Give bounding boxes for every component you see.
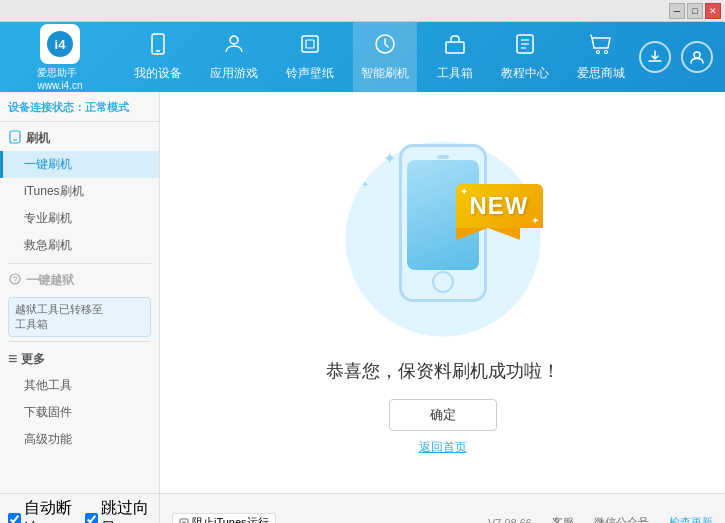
nav-ringtones[interactable]: 铃声壁纸 [278, 22, 342, 92]
confirm-button[interactable]: 确定 [389, 399, 497, 431]
status-right: V7.98.66 客服 微信公众号 检查更新 [449, 494, 726, 523]
apps-games-icon [222, 32, 246, 62]
stop-itunes-label: 阻止iTunes运行 [192, 515, 269, 523]
svg-rect-8 [446, 42, 464, 53]
sidebar: 设备连接状态：正常模式 刷机 一键刷机 iTunes刷机 专业刷机 救急刷机 [0, 92, 160, 493]
status-bottom: 自动断连 跳过向导 iPhone 12 mini 64GB Down-12min… [0, 493, 725, 523]
status-value: 正常模式 [85, 101, 129, 113]
svg-rect-6 [306, 40, 314, 48]
more-section-title: 更多 [21, 351, 45, 368]
ribbon-star-right: ✦ [531, 215, 539, 226]
nav-tutorial-label: 教程中心 [501, 65, 549, 82]
sidebar-recover-flash[interactable]: 救急刷机 [0, 232, 159, 259]
customer-service-link[interactable]: 客服 [552, 515, 574, 523]
main-area: 设备连接状态：正常模式 刷机 一键刷机 iTunes刷机 专业刷机 救急刷机 [0, 92, 725, 493]
phone-home-button [432, 271, 454, 293]
nav-my-device[interactable]: 我的设备 [126, 22, 190, 92]
flash-section-title: 刷机 [26, 130, 50, 147]
jailbreak-notice: 越狱工具已转移至工具箱 [8, 297, 151, 337]
stop-itunes-area: 阻止iTunes运行 [160, 494, 449, 523]
title-bar: ─ □ ✕ [0, 0, 725, 22]
minimize-button[interactable]: ─ [669, 3, 685, 19]
nav-apps-games-label: 应用游戏 [210, 65, 258, 82]
nav-brand-mall[interactable]: 爱思商城 [569, 22, 633, 92]
status-left: 自动断连 跳过向导 iPhone 12 mini 64GB Down-12min… [0, 494, 160, 523]
nav-my-device-label: 我的设备 [134, 65, 182, 82]
skip-wizard-label: 跳过向导 [101, 498, 152, 523]
sidebar-download-firmware[interactable]: 下载固件 [0, 399, 159, 426]
header-right [639, 41, 725, 73]
my-device-icon [146, 32, 170, 62]
ribbon-star-left: ✦ [460, 186, 468, 197]
ribbon-text: NEW [470, 192, 529, 219]
success-illustration: ✦ ✦ ✦ ✦ NEW ✦ [333, 129, 553, 349]
phone-speaker [437, 155, 449, 159]
new-ribbon: ✦ NEW ✦ [456, 184, 543, 240]
nav-brand-mall-label: 爱思商城 [577, 65, 625, 82]
brand-mall-icon [589, 32, 613, 62]
sidebar-jailbreak-section: 一键越狱 [0, 268, 159, 293]
sidebar-itunes-flash[interactable]: iTunes刷机 [0, 178, 159, 205]
skip-wizard-checkbox[interactable]: 跳过向导 [85, 498, 152, 523]
maximize-button[interactable]: □ [687, 3, 703, 19]
jailbreak-section-title: 一键越狱 [26, 272, 74, 289]
nav-toolbox[interactable]: 工具箱 [429, 22, 481, 92]
user-button[interactable] [681, 41, 713, 73]
svg-text:i4: i4 [55, 37, 67, 52]
version-label: V7.98.66 [488, 517, 532, 524]
auto-close-label: 自动断连 [24, 498, 75, 523]
auto-close-input[interactable] [8, 513, 21, 524]
checkbox-row: 自动断连 跳过向导 [8, 498, 151, 523]
logo-icon: i4 [40, 24, 80, 64]
svg-rect-16 [10, 131, 20, 143]
flash-section-icon [8, 130, 22, 147]
header: i4 爱思助手 www.i4.cn 我的设备 应 [0, 22, 725, 92]
download-button[interactable] [639, 41, 671, 73]
nav-items: 我的设备 应用游戏 铃声壁纸 [120, 22, 639, 92]
app-title: 爱思助手 [37, 66, 82, 80]
svg-point-13 [596, 51, 599, 54]
nav-tutorial[interactable]: 教程中心 [493, 22, 557, 92]
main-content: ✦ ✦ ✦ ✦ NEW ✦ 恭喜您 [160, 92, 725, 493]
nav-smart-flash[interactable]: 智能刷机 [353, 22, 417, 92]
svg-point-19 [15, 282, 16, 283]
sidebar-other-tools[interactable]: 其他工具 [0, 372, 159, 399]
tutorial-icon [513, 32, 537, 62]
svg-point-4 [230, 36, 238, 44]
wechat-link[interactable]: 微信公众号 [594, 515, 649, 523]
success-text: 恭喜您，保资料刷机成功啦！ [326, 359, 560, 383]
svg-point-14 [604, 51, 607, 54]
status-label: 设备连接状态： [8, 101, 85, 113]
jailbreak-section-icon [8, 272, 22, 289]
sidebar-one-key-flash[interactable]: 一键刷机 [0, 151, 159, 178]
ribbon-tail [456, 228, 520, 240]
check-update-link[interactable]: 检查更新 [669, 515, 713, 523]
sidebar-flash-section: 刷机 [0, 126, 159, 151]
close-button[interactable]: ✕ [705, 3, 721, 19]
smart-flash-icon [373, 32, 397, 62]
toolbox-icon [443, 32, 467, 62]
svg-rect-5 [302, 36, 318, 52]
device-status: 设备连接状态：正常模式 [0, 96, 159, 122]
auto-close-checkbox[interactable]: 自动断连 [8, 498, 75, 523]
logo-text: 爱思助手 www.i4.cn [37, 66, 82, 91]
nav-ringtones-label: 铃声壁纸 [286, 65, 334, 82]
sidebar-pro-flash[interactable]: 专业刷机 [0, 205, 159, 232]
sidebar-divider-1 [8, 263, 151, 264]
skip-wizard-input[interactable] [85, 513, 98, 524]
sparkle-2: ✦ [361, 179, 369, 190]
ringtones-icon [298, 32, 322, 62]
nav-apps-games[interactable]: 应用游戏 [202, 22, 266, 92]
logo-area: i4 爱思助手 www.i4.cn [0, 24, 120, 91]
sidebar-divider-2 [8, 341, 151, 342]
sidebar-advanced[interactable]: 高级功能 [0, 426, 159, 453]
sidebar-more-section: ≡ 更多 [0, 346, 159, 372]
stop-itunes-button[interactable]: 阻止iTunes运行 [172, 513, 276, 523]
sparkle-1: ✦ [383, 149, 396, 168]
app-subtitle: www.i4.cn [37, 80, 82, 91]
svg-point-15 [694, 52, 700, 58]
back-home-link[interactable]: 返回首页 [419, 439, 467, 456]
more-section-icon: ≡ [8, 350, 17, 368]
nav-toolbox-label: 工具箱 [437, 65, 473, 82]
nav-smart-flash-label: 智能刷机 [361, 65, 409, 82]
